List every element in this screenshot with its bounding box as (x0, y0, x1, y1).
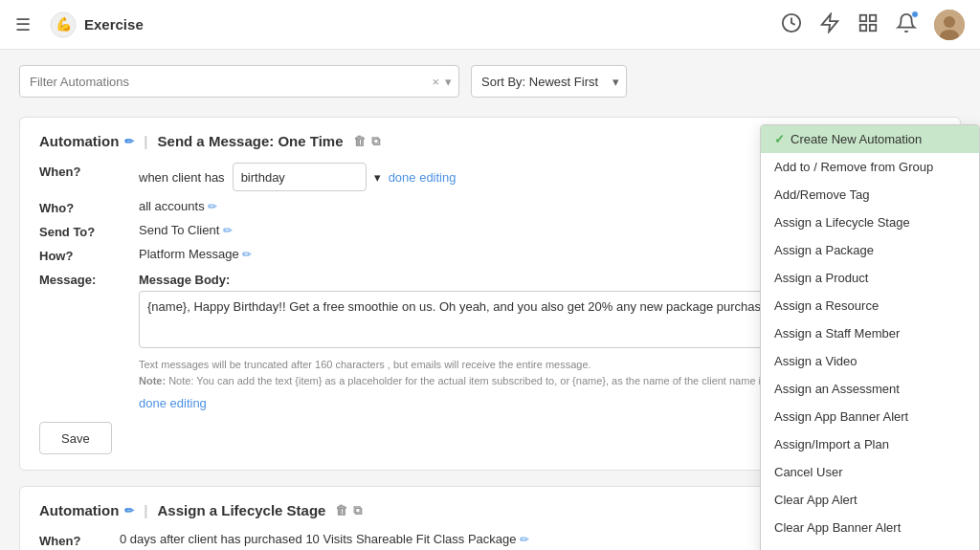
who-label-1: Who? (39, 199, 135, 215)
filter-input-wrapper: × ▾ (19, 65, 459, 98)
dropdown-item[interactable]: Add to / Remove from Group (761, 153, 979, 181)
message-label-1: Message: (39, 271, 135, 410)
dropdown-item[interactable]: Assign a Resource (761, 292, 979, 319)
dropdown-item[interactable]: Assign/Import a Plan (761, 430, 979, 458)
when-pencil-2[interactable]: ✏ (520, 533, 529, 546)
app-logo: 💪 Exercise (50, 11, 144, 38)
automation-name-2: Assign a Lifecycle Stage (158, 502, 326, 518)
history-icon[interactable] (781, 12, 802, 36)
check-mark-icon: ✓ (774, 132, 785, 146)
when-label-2: When? (39, 532, 116, 548)
page-area: × ▾ Sort By: Newest First Sort By: Oldes… (0, 50, 980, 550)
trash-icon-2[interactable]: 🗑 (335, 503, 347, 518)
dropdown-item[interactable]: Assign an Assessment (761, 375, 979, 403)
save-button-1[interactable]: Save (39, 422, 112, 454)
filter-bar: × ▾ Sort By: Newest First Sort By: Oldes… (19, 65, 961, 98)
when-label-1: When? (39, 163, 135, 191)
separator-2: | (144, 502, 147, 518)
filter-dropdown-arrow[interactable]: ▾ (445, 75, 452, 89)
separator-1: | (144, 133, 147, 149)
dropdown-item[interactable]: Assign a Video (761, 347, 979, 375)
automation-name-1: Send a Message: One Time (158, 133, 344, 149)
dropdown-item[interactable]: ✓Create New Automation (761, 125, 979, 153)
dropdown-item[interactable]: Assign App Banner Alert (761, 403, 979, 430)
nav-icons (781, 10, 965, 40)
trash-icon-1[interactable]: 🗑 (353, 134, 366, 149)
send-to-label-1: Send To? (39, 223, 135, 239)
svg-text:💪: 💪 (56, 16, 73, 33)
clear-filter-icon[interactable]: × (432, 75, 439, 89)
how-label-1: How? (39, 247, 135, 263)
sort-select[interactable]: Sort By: Newest First Sort By: Oldest Fi… (471, 65, 627, 98)
bell-icon[interactable] (896, 22, 917, 36)
send-to-pencil-icon-1[interactable]: ✏ (223, 224, 233, 237)
pencil-icon-2[interactable]: ✏ (124, 504, 134, 517)
dropdown-item[interactable]: Clear App Banner Alert (761, 514, 979, 541)
dropdown-item[interactable]: Assign a Lifecycle Stage (761, 209, 979, 236)
bell-wrapper[interactable] (896, 12, 917, 36)
svg-marker-3 (822, 14, 838, 32)
done-editing-1: ▾ (374, 170, 381, 185)
who-pencil-icon-1[interactable]: ✏ (208, 200, 217, 213)
lightning-icon[interactable] (819, 12, 840, 36)
svg-rect-4 (860, 15, 866, 21)
copy-icon-2[interactable]: ⧉ (353, 503, 362, 518)
dropdown-item[interactable]: Cancel User (761, 458, 979, 486)
app-name: Exercise (84, 16, 144, 33)
logo-icon: 💪 (50, 11, 77, 38)
svg-rect-7 (870, 25, 876, 31)
filter-input[interactable] (19, 65, 459, 98)
when-prefix-1: when client has (139, 170, 225, 185)
filter-input-icons: × ▾ (432, 75, 452, 89)
main-content: × ▾ Sort By: Newest First Sort By: Oldes… (0, 50, 980, 550)
birthday-select[interactable]: birthday (233, 163, 367, 191)
svg-rect-6 (860, 25, 866, 31)
pencil-icon-1[interactable]: ✏ (124, 135, 134, 148)
dropdown-item[interactable]: Add/Remove Tag (761, 181, 979, 209)
dropdown-item[interactable]: Close Out Visits (761, 541, 979, 550)
done-editing-link-1[interactable]: done editing (389, 170, 457, 185)
svg-point-9 (944, 16, 955, 28)
notification-dot (911, 11, 919, 18)
automation-label-1: Automation (39, 133, 119, 149)
how-pencil-icon-1[interactable]: ✏ (242, 248, 252, 261)
copy-icon-1[interactable]: ⧉ (371, 134, 380, 149)
sort-select-wrapper: Sort By: Newest First Sort By: Oldest Fi… (471, 65, 627, 98)
avatar[interactable] (934, 10, 965, 40)
dropdown-item[interactable]: Clear App Alert (761, 486, 979, 514)
hamburger-icon[interactable]: ☰ (15, 14, 31, 35)
dropdown-item[interactable]: Assign a Package (761, 236, 979, 264)
create-automation-dropdown: ✓Create New AutomationAdd to / Remove fr… (760, 124, 980, 550)
grid-icon[interactable] (858, 12, 879, 36)
dropdown-item[interactable]: Assign a Staff Member (761, 319, 979, 347)
dropdown-item[interactable]: Assign a Product (761, 264, 979, 292)
top-navigation: ☰ 💪 Exercise (0, 0, 980, 50)
automation-label-2: Automation (39, 502, 119, 518)
svg-rect-5 (870, 15, 876, 21)
